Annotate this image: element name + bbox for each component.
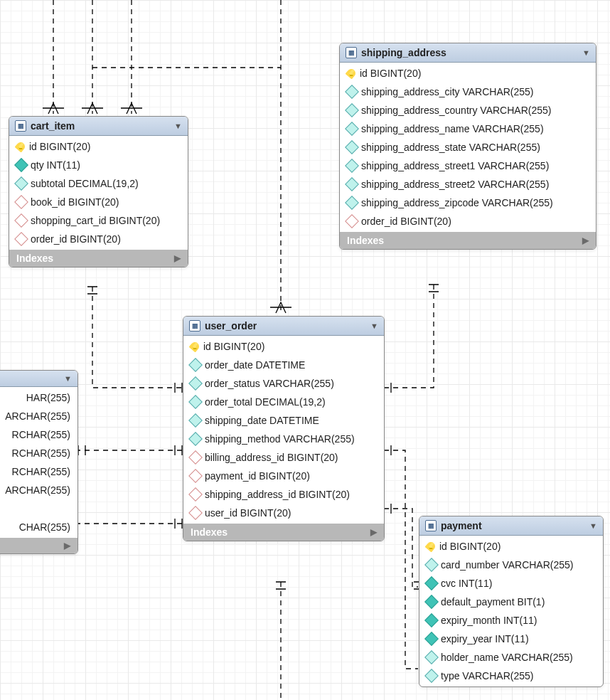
chevron-down-icon[interactable]: ▼ xyxy=(589,521,597,530)
entity-title: cart_item xyxy=(31,120,170,132)
column-row[interactable]: ARCHAR(255) xyxy=(0,407,77,425)
key-icon xyxy=(15,141,27,153)
column-row[interactable]: qty INT(11) xyxy=(9,156,188,174)
column-row[interactable]: shipping_address_state VARCHAR(255) xyxy=(340,138,596,157)
column-row[interactable]: subtotal DECIMAL(19,2) xyxy=(9,174,188,193)
column-row[interactable]: CHAR(255) xyxy=(0,518,77,536)
column-row[interactable]: id BIGINT(20) xyxy=(183,337,384,356)
column-row[interactable]: shipping_address_street2 VARCHAR(255) xyxy=(340,175,596,193)
entity-header[interactable]: ▦ shipping_address ▼ xyxy=(340,43,596,63)
entity-partial-left[interactable]: ▼ HAR(255)ARCHAR(255)RCHAR(255)RCHAR(255… xyxy=(0,370,78,554)
indexes-section[interactable]: Indexes ▶ xyxy=(340,232,596,249)
column-row[interactable]: shopping_cart_id BIGINT(20) xyxy=(9,211,188,230)
fk-diamond-icon xyxy=(14,232,28,246)
column-row[interactable]: payment_id BIGINT(20) xyxy=(183,467,384,485)
column-row[interactable]: default_payment BIT(1) xyxy=(419,593,603,611)
entity-shipping-address[interactable]: ▦ shipping_address ▼ id BIGINT(20)shippi… xyxy=(339,43,596,250)
entity-header[interactable]: ▦ payment ▼ xyxy=(419,516,603,536)
entity-user-order[interactable]: ▦ user_order ▼ id BIGINT(20)order_date D… xyxy=(183,316,385,541)
chevron-down-icon[interactable]: ▼ xyxy=(174,122,182,130)
diamond-icon xyxy=(14,176,28,191)
column-row[interactable]: cvc INT(11) xyxy=(419,574,603,593)
column-text: ARCHAR(255) xyxy=(5,410,70,422)
diamond-icon xyxy=(424,558,439,572)
key-icon xyxy=(425,541,437,553)
entity-header[interactable]: ▦ user_order ▼ xyxy=(183,317,384,336)
indexes-section[interactable]: ▶ xyxy=(0,538,77,553)
column-row[interactable]: expiry_year INT(11) xyxy=(419,630,603,648)
column-row[interactable]: shipping_address_zipcode VARCHAR(255) xyxy=(340,193,596,212)
diamond-icon xyxy=(345,85,359,99)
diamond-icon xyxy=(188,395,203,409)
entity-title: user_order xyxy=(205,320,366,332)
chevron-right-icon: ▶ xyxy=(370,527,377,537)
column-row[interactable]: shipping_address_city VARCHAR(255) xyxy=(340,83,596,101)
column-text: id BIGINT(20) xyxy=(439,541,501,552)
diamond-icon xyxy=(424,576,439,590)
column-text: shipping_address_city VARCHAR(255) xyxy=(361,86,534,97)
chevron-down-icon[interactable]: ▼ xyxy=(370,322,378,330)
column-row[interactable]: user_id BIGINT(20) xyxy=(183,504,384,522)
column-text: expiry_month INT(11) xyxy=(441,615,537,626)
entity-cart-item[interactable]: ▦ cart_item ▼ id BIGINT(20)qty INT(11)su… xyxy=(9,116,188,267)
column-row[interactable]: shipping_address_name VARCHAR(255) xyxy=(340,120,596,138)
column-row[interactable]: billing_address_id BIGINT(20) xyxy=(183,448,384,467)
entity-header[interactable]: ▼ xyxy=(0,371,77,387)
key-icon xyxy=(189,341,201,353)
fk-diamond-icon xyxy=(188,506,203,520)
table-icon: ▦ xyxy=(15,120,26,132)
column-row[interactable]: book_id BIGINT(20) xyxy=(9,193,188,211)
chevron-down-icon[interactable]: ▼ xyxy=(582,48,590,57)
column-row[interactable]: shipping_address_id BIGINT(20) xyxy=(183,485,384,504)
column-row[interactable]: ARCHAR(255) xyxy=(0,481,77,499)
indexes-section[interactable]: Indexes ▶ xyxy=(183,524,384,541)
column-row[interactable]: order_id BIGINT(20) xyxy=(340,212,596,230)
diamond-icon xyxy=(345,103,359,117)
entity-payment[interactable]: ▦ payment ▼ id BIGINT(20)card_number VAR… xyxy=(419,516,604,687)
column-text: cvc INT(11) xyxy=(441,578,492,589)
column-text: order_date DATETIME xyxy=(205,359,305,371)
column-text: order_status VARCHAR(255) xyxy=(205,378,334,389)
fk-diamond-icon xyxy=(14,195,28,209)
column-text: shipping_address_id BIGINT(20) xyxy=(205,489,350,500)
indexes-section[interactable]: Indexes ▶ xyxy=(9,250,188,267)
diamond-icon xyxy=(345,196,359,210)
fk-diamond-icon xyxy=(188,469,203,483)
indexes-label: Indexes xyxy=(191,526,228,538)
entity-title: payment xyxy=(441,520,585,531)
chevron-down-icon[interactable]: ▼ xyxy=(64,374,72,383)
entity-header[interactable]: ▦ cart_item ▼ xyxy=(9,117,188,136)
column-row[interactable]: type VARCHAR(255) xyxy=(419,667,603,685)
diamond-icon xyxy=(188,432,203,446)
column-row[interactable]: id BIGINT(20) xyxy=(419,537,603,556)
column-row[interactable]: RCHAR(255) xyxy=(0,425,77,444)
column-text: default_payment BIT(1) xyxy=(441,596,545,608)
column-row[interactable]: card_number VARCHAR(255) xyxy=(419,556,603,574)
column-row[interactable]: shipping_method VARCHAR(255) xyxy=(183,430,384,448)
column-row[interactable]: order_id BIGINT(20) xyxy=(9,230,188,248)
column-row[interactable]: shipping_date DATETIME xyxy=(183,411,384,430)
column-row[interactable]: RCHAR(255) xyxy=(0,444,77,462)
chevron-right-icon: ▶ xyxy=(582,235,589,245)
indexes-label: Indexes xyxy=(347,235,384,246)
column-row[interactable]: expiry_month INT(11) xyxy=(419,611,603,630)
column-row[interactable] xyxy=(0,499,77,518)
column-list: id BIGINT(20)shipping_address_city VARCH… xyxy=(340,63,596,232)
column-text: shopping_cart_id BIGINT(20) xyxy=(31,215,160,226)
chevron-right-icon: ▶ xyxy=(174,253,181,263)
column-row[interactable]: order_status VARCHAR(255) xyxy=(183,374,384,393)
column-row[interactable]: shipping_address_street1 VARCHAR(255) xyxy=(340,157,596,175)
column-row[interactable]: holder_name VARCHAR(255) xyxy=(419,648,603,667)
column-row[interactable]: HAR(255) xyxy=(0,388,77,407)
diamond-icon xyxy=(345,177,359,191)
column-row[interactable]: id BIGINT(20) xyxy=(9,137,188,156)
column-row[interactable]: id BIGINT(20) xyxy=(340,64,596,83)
fk-diamond-icon xyxy=(188,450,203,465)
column-row[interactable]: order_date DATETIME xyxy=(183,356,384,374)
column-row[interactable]: shipping_address_country VARCHAR(255) xyxy=(340,101,596,120)
column-text: shipping_date DATETIME xyxy=(205,415,319,426)
column-text: order_id BIGINT(20) xyxy=(31,233,121,245)
column-row[interactable]: order_total DECIMAL(19,2) xyxy=(183,393,384,411)
column-row[interactable]: RCHAR(255) xyxy=(0,462,77,481)
diamond-icon xyxy=(424,650,439,664)
